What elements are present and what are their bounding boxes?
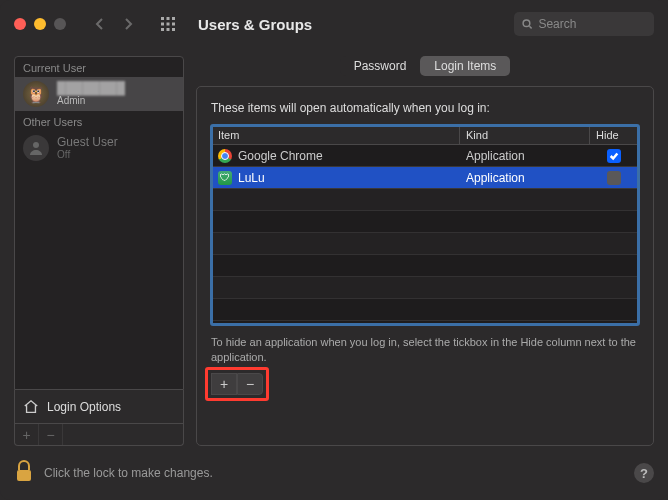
sidebar: Current User 🦉 ████████ Admin Other User…: [14, 56, 184, 446]
svg-rect-8: [172, 28, 175, 31]
app-icon: [218, 149, 232, 163]
lock-hint-text: Click the lock to make changes.: [44, 466, 624, 480]
table-row-empty: [212, 211, 638, 233]
column-header-item[interactable]: Item: [212, 126, 460, 144]
main-area: Current User 🦉 ████████ Admin Other User…: [14, 56, 654, 446]
login-items-panel: These items will open automatically when…: [196, 86, 654, 446]
content-pane: Password Login Items These items will op…: [196, 56, 654, 446]
current-user-section-label: Current User: [15, 57, 183, 77]
search-field[interactable]: [514, 12, 654, 36]
column-header-hide[interactable]: Hide: [590, 126, 638, 144]
close-window-button[interactable]: [14, 18, 26, 30]
login-options-button[interactable]: Login Options: [14, 390, 184, 424]
add-user-button: +: [15, 424, 39, 445]
user-list: Current User 🦉 ████████ Admin Other User…: [14, 56, 184, 390]
tab-bar: Password Login Items: [196, 56, 654, 76]
table-row[interactable]: Google Chrome Application: [212, 145, 638, 167]
svg-rect-2: [172, 17, 175, 20]
item-name: LuLu: [238, 171, 265, 185]
svg-rect-7: [167, 28, 170, 31]
table-row-empty: [212, 189, 638, 211]
column-header-kind[interactable]: Kind: [460, 126, 590, 144]
other-users-section-label: Other Users: [15, 111, 183, 131]
hint-text: To hide an application when you log in, …: [211, 335, 639, 365]
app-icon: [218, 171, 232, 185]
help-button[interactable]: ?: [634, 463, 654, 483]
item-kind: Application: [460, 171, 590, 185]
table-row-empty: [212, 299, 638, 321]
svg-rect-5: [172, 23, 175, 26]
preferences-window: Users & Groups Current User 🦉 ████████ A…: [0, 0, 668, 500]
user-name: ████████: [57, 82, 125, 95]
avatar-icon: 🦉: [23, 81, 49, 107]
hide-checkbox[interactable]: [607, 149, 621, 163]
forward-button[interactable]: [116, 12, 140, 36]
user-add-remove-bar: + −: [14, 424, 184, 446]
svg-rect-1: [167, 17, 170, 20]
panel-intro-text: These items will open automatically when…: [211, 101, 639, 115]
table-row[interactable]: LuLu Application: [212, 167, 638, 189]
add-login-item-button[interactable]: +: [211, 373, 237, 395]
search-icon: [522, 18, 532, 30]
table-row-empty: [212, 255, 638, 277]
lock-icon[interactable]: [14, 460, 34, 486]
user-role: Admin: [57, 95, 125, 106]
svg-rect-0: [161, 17, 164, 20]
titlebar: Users & Groups: [0, 0, 668, 48]
user-status: Off: [57, 149, 118, 160]
table-body: Google Chrome Application: [212, 145, 638, 324]
table-row-empty: [212, 277, 638, 299]
remove-user-button: −: [39, 424, 63, 445]
remove-login-item-button[interactable]: −: [237, 373, 263, 395]
item-kind: Application: [460, 149, 590, 163]
show-all-icon[interactable]: [158, 14, 178, 34]
svg-point-10: [33, 142, 39, 148]
table-header: Item Kind Hide: [212, 126, 638, 145]
window-title: Users & Groups: [198, 16, 502, 33]
svg-rect-11: [17, 470, 31, 481]
avatar-icon: [23, 135, 49, 161]
zoom-window-button[interactable]: [54, 18, 66, 30]
svg-rect-4: [167, 23, 170, 26]
search-input[interactable]: [538, 17, 646, 31]
hide-checkbox[interactable]: [607, 171, 621, 185]
house-icon: [23, 399, 39, 415]
back-button[interactable]: [88, 12, 112, 36]
traffic-lights: [14, 18, 66, 30]
item-name: Google Chrome: [238, 149, 323, 163]
tab-login-items[interactable]: Login Items: [420, 56, 510, 76]
sidebar-item-current-user[interactable]: 🦉 ████████ Admin: [15, 77, 183, 111]
login-items-table[interactable]: Item Kind Hide Google Chrome Application: [211, 125, 639, 325]
sidebar-item-guest-user[interactable]: Guest User Off: [15, 131, 183, 165]
svg-rect-3: [161, 23, 164, 26]
svg-point-9: [523, 20, 530, 27]
minimize-window-button[interactable]: [34, 18, 46, 30]
svg-rect-6: [161, 28, 164, 31]
footer: Click the lock to make changes. ?: [14, 458, 654, 488]
login-options-label: Login Options: [47, 400, 121, 414]
nav-buttons: [88, 12, 140, 36]
table-row-empty: [212, 233, 638, 255]
add-remove-login-item-bar: + −: [211, 373, 263, 395]
user-name: Guest User: [57, 136, 118, 149]
tab-password[interactable]: Password: [340, 56, 421, 76]
